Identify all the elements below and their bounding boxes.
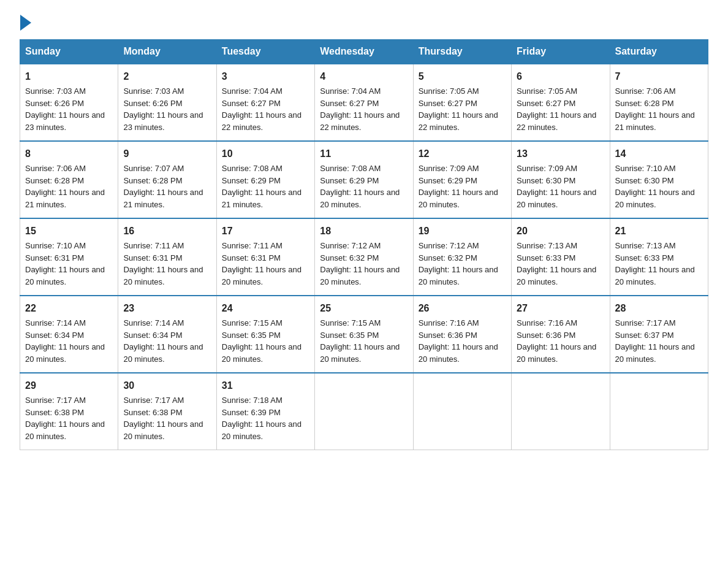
calendar-header-row: SundayMondayTuesdayWednesdayThursdayFrid… xyxy=(20,40,708,64)
day-info: Sunrise: 7:09 AMSunset: 6:29 PMDaylight:… xyxy=(419,164,498,209)
day-info: Sunrise: 7:03 AMSunset: 6:26 PMDaylight:… xyxy=(123,86,203,132)
day-info: Sunrise: 7:10 AMSunset: 6:31 PMDaylight:… xyxy=(25,241,105,286)
calendar-cell: 30Sunrise: 7:17 AMSunset: 6:38 PMDayligh… xyxy=(118,373,216,450)
calendar-day-header: Monday xyxy=(118,40,216,64)
calendar-cell: 18Sunrise: 7:12 AMSunset: 6:32 PMDayligh… xyxy=(315,218,413,296)
day-info: Sunrise: 7:18 AMSunset: 6:39 PMDaylight:… xyxy=(222,396,301,441)
calendar-cell: 15Sunrise: 7:10 AMSunset: 6:31 PMDayligh… xyxy=(20,218,118,296)
calendar-cell: 29Sunrise: 7:17 AMSunset: 6:38 PMDayligh… xyxy=(20,373,118,450)
day-number: 18 xyxy=(320,224,408,239)
calendar-cell: 4Sunrise: 7:04 AMSunset: 6:27 PMDaylight… xyxy=(315,64,413,141)
day-number: 7 xyxy=(615,69,703,84)
day-number: 10 xyxy=(222,147,309,161)
calendar-day-header: Sunday xyxy=(20,40,118,64)
day-info: Sunrise: 7:10 AMSunset: 6:30 PMDaylight:… xyxy=(615,164,695,209)
calendar-cell: 25Sunrise: 7:15 AMSunset: 6:35 PMDayligh… xyxy=(315,296,413,373)
calendar-cell xyxy=(413,373,511,450)
day-info: Sunrise: 7:03 AMSunset: 6:26 PMDaylight:… xyxy=(25,86,105,132)
calendar-day-header: Saturday xyxy=(610,40,708,64)
calendar-cell: 26Sunrise: 7:16 AMSunset: 6:36 PMDayligh… xyxy=(413,296,511,373)
calendar-day-header: Thursday xyxy=(413,40,511,64)
day-info: Sunrise: 7:06 AMSunset: 6:28 PMDaylight:… xyxy=(25,164,105,209)
calendar-week-row: 22Sunrise: 7:14 AMSunset: 6:34 PMDayligh… xyxy=(20,296,708,373)
day-number: 27 xyxy=(517,301,604,316)
calendar-cell: 10Sunrise: 7:08 AMSunset: 6:29 PMDayligh… xyxy=(216,141,314,218)
calendar-cell: 28Sunrise: 7:17 AMSunset: 6:37 PMDayligh… xyxy=(610,296,708,373)
calendar-cell: 31Sunrise: 7:18 AMSunset: 6:39 PMDayligh… xyxy=(216,373,314,450)
day-number: 15 xyxy=(25,224,113,239)
calendar-cell: 21Sunrise: 7:13 AMSunset: 6:33 PMDayligh… xyxy=(610,218,708,296)
day-info: Sunrise: 7:13 AMSunset: 6:33 PMDaylight:… xyxy=(615,241,695,286)
day-info: Sunrise: 7:13 AMSunset: 6:33 PMDaylight:… xyxy=(517,241,596,286)
day-number: 20 xyxy=(517,224,604,239)
day-info: Sunrise: 7:15 AMSunset: 6:35 PMDaylight:… xyxy=(320,318,400,364)
calendar-cell: 7Sunrise: 7:06 AMSunset: 6:28 PMDaylight… xyxy=(610,64,708,141)
calendar-day-header: Friday xyxy=(512,40,610,64)
calendar-cell xyxy=(610,373,708,450)
calendar-cell: 22Sunrise: 7:14 AMSunset: 6:34 PMDayligh… xyxy=(20,296,118,373)
day-number: 28 xyxy=(615,301,703,316)
calendar-cell: 17Sunrise: 7:11 AMSunset: 6:31 PMDayligh… xyxy=(216,218,314,296)
day-number: 17 xyxy=(222,224,309,239)
day-number: 29 xyxy=(25,378,113,393)
page-header xyxy=(20,15,708,28)
day-info: Sunrise: 7:15 AMSunset: 6:35 PMDaylight:… xyxy=(222,318,301,364)
day-number: 13 xyxy=(517,147,604,161)
day-number: 22 xyxy=(25,301,113,316)
day-info: Sunrise: 7:04 AMSunset: 6:27 PMDaylight:… xyxy=(222,86,301,132)
day-info: Sunrise: 7:11 AMSunset: 6:31 PMDaylight:… xyxy=(222,241,301,286)
day-info: Sunrise: 7:09 AMSunset: 6:30 PMDaylight:… xyxy=(517,164,596,209)
day-number: 24 xyxy=(222,301,309,316)
calendar-cell: 16Sunrise: 7:11 AMSunset: 6:31 PMDayligh… xyxy=(118,218,216,296)
day-info: Sunrise: 7:14 AMSunset: 6:34 PMDaylight:… xyxy=(25,318,105,364)
calendar-week-row: 29Sunrise: 7:17 AMSunset: 6:38 PMDayligh… xyxy=(20,373,708,450)
day-info: Sunrise: 7:17 AMSunset: 6:38 PMDaylight:… xyxy=(25,396,105,441)
calendar-day-header: Tuesday xyxy=(216,40,314,64)
calendar-cell: 6Sunrise: 7:05 AMSunset: 6:27 PMDaylight… xyxy=(512,64,610,141)
day-number: 16 xyxy=(123,224,211,239)
day-info: Sunrise: 7:06 AMSunset: 6:28 PMDaylight:… xyxy=(615,86,695,132)
day-info: Sunrise: 7:08 AMSunset: 6:29 PMDaylight:… xyxy=(222,164,301,209)
calendar-day-header: Wednesday xyxy=(315,40,413,64)
day-info: Sunrise: 7:07 AMSunset: 6:28 PMDaylight:… xyxy=(123,164,203,209)
calendar-cell: 5Sunrise: 7:05 AMSunset: 6:27 PMDaylight… xyxy=(413,64,511,141)
day-number: 21 xyxy=(615,224,703,239)
day-number: 8 xyxy=(25,147,113,161)
calendar-cell: 20Sunrise: 7:13 AMSunset: 6:33 PMDayligh… xyxy=(512,218,610,296)
calendar-cell: 19Sunrise: 7:12 AMSunset: 6:32 PMDayligh… xyxy=(413,218,511,296)
calendar-cell xyxy=(315,373,413,450)
calendar-cell: 27Sunrise: 7:16 AMSunset: 6:36 PMDayligh… xyxy=(512,296,610,373)
day-info: Sunrise: 7:16 AMSunset: 6:36 PMDaylight:… xyxy=(419,318,498,364)
day-info: Sunrise: 7:14 AMSunset: 6:34 PMDaylight:… xyxy=(123,318,203,364)
calendar-week-row: 15Sunrise: 7:10 AMSunset: 6:31 PMDayligh… xyxy=(20,218,708,296)
calendar-cell: 3Sunrise: 7:04 AMSunset: 6:27 PMDaylight… xyxy=(216,64,314,141)
calendar-cell: 14Sunrise: 7:10 AMSunset: 6:30 PMDayligh… xyxy=(610,141,708,218)
day-number: 3 xyxy=(222,69,309,84)
calendar-week-row: 1Sunrise: 7:03 AMSunset: 6:26 PMDaylight… xyxy=(20,64,708,141)
day-number: 6 xyxy=(517,69,604,84)
day-number: 5 xyxy=(419,69,506,84)
day-info: Sunrise: 7:17 AMSunset: 6:38 PMDaylight:… xyxy=(123,396,203,441)
day-info: Sunrise: 7:08 AMSunset: 6:29 PMDaylight:… xyxy=(320,164,400,209)
day-number: 25 xyxy=(320,301,408,316)
calendar-table: SundayMondayTuesdayWednesdayThursdayFrid… xyxy=(20,39,708,450)
day-info: Sunrise: 7:12 AMSunset: 6:32 PMDaylight:… xyxy=(419,241,498,286)
calendar-cell: 11Sunrise: 7:08 AMSunset: 6:29 PMDayligh… xyxy=(315,141,413,218)
calendar-cell: 8Sunrise: 7:06 AMSunset: 6:28 PMDaylight… xyxy=(20,141,118,218)
day-info: Sunrise: 7:05 AMSunset: 6:27 PMDaylight:… xyxy=(419,86,498,132)
calendar-cell: 2Sunrise: 7:03 AMSunset: 6:26 PMDaylight… xyxy=(118,64,216,141)
logo xyxy=(20,15,31,28)
day-info: Sunrise: 7:11 AMSunset: 6:31 PMDaylight:… xyxy=(123,241,203,286)
day-info: Sunrise: 7:05 AMSunset: 6:27 PMDaylight:… xyxy=(517,86,596,132)
day-info: Sunrise: 7:04 AMSunset: 6:27 PMDaylight:… xyxy=(320,86,400,132)
day-info: Sunrise: 7:12 AMSunset: 6:32 PMDaylight:… xyxy=(320,241,400,286)
day-number: 1 xyxy=(25,69,113,84)
day-number: 9 xyxy=(123,147,211,161)
calendar-cell: 23Sunrise: 7:14 AMSunset: 6:34 PMDayligh… xyxy=(118,296,216,373)
calendar-cell: 1Sunrise: 7:03 AMSunset: 6:26 PMDaylight… xyxy=(20,64,118,141)
day-number: 30 xyxy=(123,378,211,393)
day-number: 26 xyxy=(419,301,506,316)
day-number: 11 xyxy=(320,147,408,161)
day-number: 12 xyxy=(419,147,506,161)
calendar-cell: 13Sunrise: 7:09 AMSunset: 6:30 PMDayligh… xyxy=(512,141,610,218)
